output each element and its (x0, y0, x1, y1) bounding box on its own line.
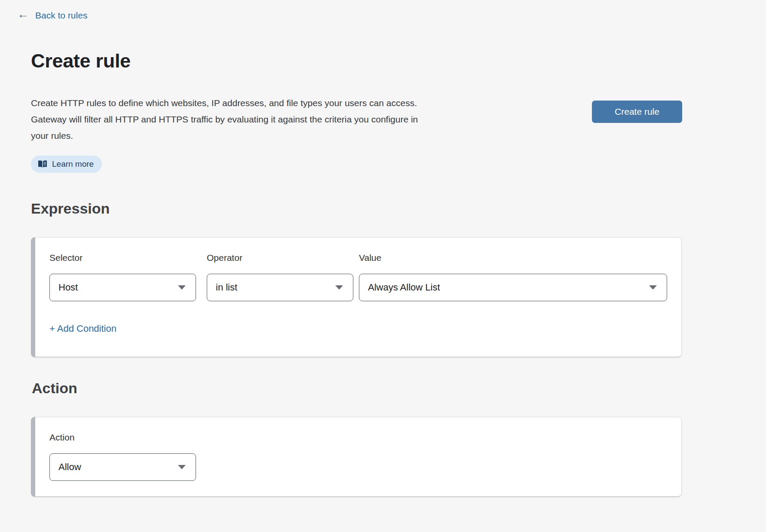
value-field-group: Value Always Allow List (359, 252, 667, 301)
create-rule-page: ← Back to rules Create rule Create HTTP … (0, 0, 766, 532)
action-dropdown[interactable]: Allow (49, 453, 196, 481)
page-title: Create rule (31, 50, 131, 72)
operator-field-group: Operator in list (207, 252, 353, 301)
operator-selected-value: in list (216, 282, 237, 293)
description-line: Create HTTP rules to define which websit… (31, 95, 418, 111)
operator-label: Operator (207, 252, 353, 264)
chevron-down-icon (178, 465, 186, 469)
learn-more-label: Learn more (52, 159, 94, 169)
value-selected-value: Always Allow List (368, 282, 440, 293)
learn-more-badge[interactable]: Learn more (31, 156, 102, 173)
create-rule-button[interactable]: Create rule (592, 101, 682, 123)
selector-field-group: Selector Host (49, 252, 196, 301)
expression-card: Selector Host Operator in list Value Alw… (31, 237, 682, 357)
selector-label: Selector (49, 252, 196, 264)
back-link-label: Back to rules (35, 10, 87, 21)
value-dropdown[interactable]: Always Allow List (359, 274, 667, 301)
action-heading: Action (32, 380, 77, 397)
action-selected-value: Allow (58, 462, 81, 473)
page-description: Create HTTP rules to define which websit… (31, 95, 418, 144)
operator-dropdown[interactable]: in list (207, 274, 353, 301)
chevron-down-icon (335, 285, 343, 290)
book-icon (38, 160, 47, 168)
chevron-down-icon (649, 285, 657, 290)
selector-selected-value: Host (58, 282, 78, 293)
selector-dropdown[interactable]: Host (49, 274, 196, 301)
card-accent-bar (31, 417, 35, 497)
action-label: Action (49, 431, 196, 443)
back-to-rules-link[interactable]: ← Back to rules (17, 9, 87, 21)
arrow-left-icon: ← (17, 9, 29, 20)
value-label: Value (359, 252, 667, 264)
action-card: Action Allow (31, 417, 682, 497)
description-line: your rules. (31, 128, 418, 144)
card-accent-bar (31, 237, 35, 357)
description-line: Gateway will filter all HTTP and HTTPS t… (31, 111, 418, 128)
expression-heading: Expression (31, 200, 110, 217)
add-condition-link[interactable]: + Add Condition (49, 323, 116, 334)
action-field-group: Action Allow (49, 431, 196, 481)
chevron-down-icon (178, 285, 186, 290)
